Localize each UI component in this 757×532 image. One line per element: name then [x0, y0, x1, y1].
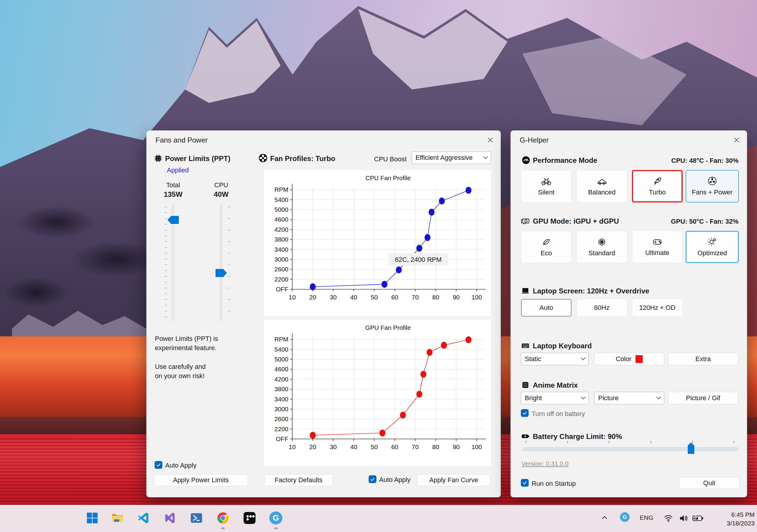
svg-text:80: 80 [432, 294, 439, 301]
running-indicator [274, 527, 278, 529]
run-on-startup-checkbox[interactable] [521, 479, 529, 487]
cpu-slider-thumb[interactable] [216, 269, 227, 277]
powershell-icon[interactable] [190, 512, 203, 524]
turn-off-on-battery-checkbox[interactable] [521, 409, 529, 417]
chevron-down-icon [483, 154, 488, 159]
tray-clock[interactable]: 6:45 PM 3/18/2023 [727, 510, 755, 527]
chip-icon [154, 154, 163, 163]
screen-option-60hz[interactable]: 60Hz [576, 299, 627, 317]
perf-mode-silent[interactable]: Silent [521, 170, 572, 203]
auto-apply-fan-checkbox[interactable] [369, 475, 377, 483]
apply-fan-curve-button[interactable]: Apply Fan Curve [417, 474, 491, 486]
svg-text:2600: 2600 [274, 266, 288, 272]
anime-picture-gif-button[interactable]: Picture / Gif [668, 392, 738, 405]
battery-slider-thumb[interactable] [688, 442, 694, 454]
svg-text:60: 60 [391, 294, 398, 301]
svg-text:3400: 3400 [274, 246, 288, 253]
svg-text:100: 100 [471, 294, 482, 301]
tidal-icon[interactable] [243, 512, 256, 524]
wifi-icon[interactable] [663, 513, 673, 523]
vscode-icon[interactable] [137, 512, 150, 524]
keyboard-color-button[interactable]: Color [594, 353, 664, 365]
gpu-temp-fan-status: GPU: 50°C - Fan: 32% [671, 218, 739, 225]
auto-apply-power-checkbox[interactable] [155, 461, 163, 469]
auto-apply-fan-label[interactable]: Auto Apply [379, 476, 410, 484]
svg-text:62C, 2400 RPM: 62C, 2400 RPM [395, 256, 442, 263]
gpu-icon [521, 216, 530, 225]
svg-text:3800: 3800 [274, 236, 288, 243]
svg-text:2600: 2600 [274, 415, 288, 422]
svg-text:20: 20 [309, 443, 316, 450]
apply-power-limits-button[interactable]: Apply Power Limits [154, 474, 248, 486]
version-link[interactable]: Version: 0.31.0.0 [522, 460, 569, 467]
ghelper-window: G-Helper Performance Mode CPU: 48°C - Fa… [510, 130, 747, 497]
ghelper-taskbar-icon[interactable]: G [269, 512, 282, 524]
perf-mode-turbo[interactable]: Turbo [632, 170, 683, 203]
factory-defaults-button[interactable]: Factory Defaults [264, 474, 333, 486]
svg-text:70: 70 [411, 443, 418, 450]
auto-apply-power-label[interactable]: Auto Apply [165, 462, 197, 469]
visual-studio-icon[interactable] [164, 512, 177, 524]
svg-text:3000: 3000 [274, 406, 288, 412]
taskbar: G G ENG 6:45 PM 3/18/2023 [0, 505, 757, 532]
tray-chevron-up-icon[interactable] [601, 515, 608, 521]
svg-text:5000: 5000 [274, 356, 288, 363]
cpu-fan-profile-chart[interactable]: OFF220026003000340038004200460050005400R… [264, 170, 491, 316]
keyboard-extra-button[interactable]: Extra [668, 353, 738, 365]
svg-text:30: 30 [330, 294, 337, 301]
gpu-mode-standard[interactable]: Standard [576, 231, 627, 263]
tray-language[interactable]: ENG [640, 514, 653, 521]
gpu-mode-eco[interactable]: Eco [521, 231, 572, 263]
gpu-mode-heading: GPU Mode: iGPU + dGPU [533, 217, 619, 225]
svg-text:GPU Fan Profile: GPU Fan Profile [365, 324, 411, 331]
ghelper-tray-icon[interactable]: G [620, 512, 629, 522]
battery-charge-icon [521, 432, 530, 441]
svg-text:40: 40 [350, 443, 357, 450]
run-on-startup-label[interactable]: Run on Startup [531, 480, 576, 488]
svg-text:20: 20 [309, 294, 316, 301]
svg-text:90: 90 [453, 294, 460, 301]
battery-charging-icon[interactable] [692, 513, 704, 523]
perf-mode-balanced[interactable]: Balanced [576, 170, 627, 203]
anime-matrix-icon [521, 380, 530, 389]
gpu-mode-ultimate[interactable]: Ultimate [632, 231, 683, 263]
close-icon[interactable] [486, 135, 495, 144]
volume-icon[interactable] [678, 513, 688, 523]
tray-time: 6:45 PM [727, 510, 755, 519]
screen-option-auto[interactable]: Auto [521, 299, 572, 317]
svg-text:5400: 5400 [274, 196, 288, 203]
svg-text:50: 50 [371, 443, 378, 450]
gpu-mode-optimized[interactable]: Optimized [686, 231, 739, 263]
running-indicator [221, 527, 225, 529]
close-icon[interactable] [732, 135, 741, 144]
start-button-icon[interactable] [86, 512, 99, 524]
screen-option-120hz-od[interactable]: 120Hz + OD [632, 299, 683, 317]
total-slider-thumb[interactable] [167, 216, 179, 224]
keyboard-icon [521, 341, 530, 350]
svg-text:30: 30 [330, 443, 337, 450]
svg-text:10: 10 [288, 294, 295, 301]
file-explorer-icon[interactable] [110, 512, 124, 524]
cpu-boost-dropdown[interactable]: Efficient Aggressive [411, 152, 491, 164]
anime-matrix-heading: Anime Matrix [533, 381, 578, 389]
svg-text:10: 10 [288, 443, 295, 450]
svg-text:4600: 4600 [274, 216, 288, 223]
power-limits-status[interactable]: Applied [167, 166, 189, 174]
svg-text:4200: 4200 [274, 226, 288, 233]
wallpaper-trees [3, 277, 69, 307]
cpu-slider-label: CPU [208, 181, 235, 189]
chrome-icon[interactable] [216, 512, 229, 524]
svg-text:RPM: RPM [274, 186, 288, 193]
cpu-slider-track[interactable] [220, 205, 222, 321]
perf-mode-fans-power[interactable]: Fans + Power [686, 170, 739, 203]
svg-text:80: 80 [432, 443, 439, 450]
quit-button[interactable]: Quit [679, 477, 740, 489]
svg-text:OFF: OFF [276, 286, 288, 293]
anime-brightness-dropdown[interactable]: Bright [521, 392, 589, 405]
gpu-fan-profile-chart[interactable]: OFF220026003000340038004200460050005400R… [264, 320, 491, 466]
svg-text:4200: 4200 [274, 376, 288, 382]
keyboard-mode-dropdown[interactable]: Static [521, 353, 589, 365]
turn-off-on-battery-label[interactable]: Turn off on battery [531, 410, 585, 418]
anime-mode-dropdown[interactable]: Picture [594, 392, 664, 405]
battery-slider-track[interactable] [523, 447, 738, 451]
